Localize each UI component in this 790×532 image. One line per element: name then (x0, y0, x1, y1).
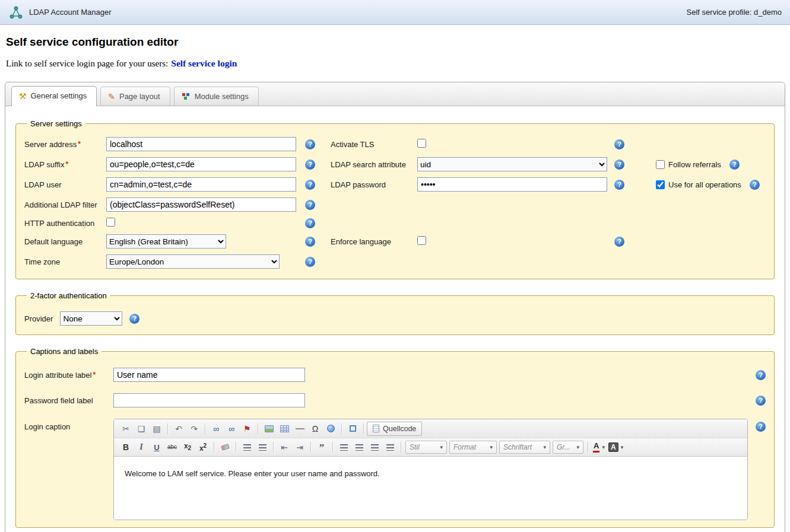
outdent-button[interactable]: ⇤ (277, 440, 292, 454)
login-attribute-label-input[interactable] (113, 368, 305, 382)
source-button[interactable]: Quellcode (367, 422, 422, 436)
required-marker: * (65, 160, 68, 168)
format-dropdown[interactable]: Format▾ (449, 441, 497, 454)
undo-button[interactable]: ↶ (171, 422, 186, 436)
help-icon[interactable]: ? (756, 422, 766, 432)
required-marker: * (78, 140, 81, 148)
strikethrough-icon: abc (167, 444, 177, 450)
superscript-button[interactable]: x2 (195, 440, 211, 454)
enforce-language-checkbox[interactable] (417, 236, 426, 245)
font-size-dropdown[interactable]: Gr...▾ (553, 441, 583, 454)
spellcheck-button[interactable]: ⚑ (239, 422, 255, 436)
underline-button[interactable]: U (149, 440, 164, 454)
blockquote-button[interactable]: ” (314, 440, 329, 454)
activate-tls-checkbox[interactable] (417, 139, 426, 148)
password-field-label-input[interactable] (113, 393, 305, 407)
help-icon[interactable]: ? (614, 139, 624, 149)
help-icon[interactable]: ? (305, 200, 315, 210)
font-dropdown[interactable]: Schriftart▾ (499, 441, 550, 454)
help-icon[interactable]: ? (305, 218, 315, 228)
additional-ldap-filter-input[interactable] (106, 197, 296, 212)
replace-button[interactable]: ∞ (224, 422, 239, 436)
cut-button[interactable]: ✂ (118, 422, 134, 436)
help-icon[interactable]: ? (305, 139, 315, 149)
ldap-user-input[interactable] (106, 177, 296, 192)
default-language-select[interactable]: English (Great Britain) (106, 234, 226, 249)
ldap-user-label: LDAP user (24, 180, 106, 189)
copy-button[interactable]: ❏ (134, 422, 149, 436)
default-language-label: Default language (24, 237, 106, 246)
follow-referrals-checkbox[interactable] (656, 160, 665, 169)
toolbar-separator (363, 423, 364, 434)
style-dropdown[interactable]: Stil▾ (405, 441, 447, 454)
align-left-button[interactable] (336, 440, 351, 454)
help-icon[interactable]: ? (305, 160, 315, 170)
eraser-icon (221, 444, 230, 451)
help-icon[interactable]: ? (614, 237, 624, 247)
outdent-icon: ⇤ (281, 443, 288, 451)
subscript-button[interactable]: x2 (180, 440, 195, 454)
insert-image-button[interactable] (261, 422, 277, 436)
numbered-list-button[interactable] (239, 440, 255, 454)
http-authentication-checkbox[interactable] (106, 218, 115, 227)
toolbar-separator (310, 442, 311, 453)
horizontal-rule-button[interactable] (292, 422, 307, 436)
ldap-search-attribute-select[interactable]: uid (417, 157, 607, 171)
align-right-button[interactable] (367, 440, 382, 454)
form-row: Time zone Europe/London ? (24, 251, 766, 272)
bold-button[interactable]: B (118, 440, 134, 454)
use-for-all-operations-checkbox[interactable] (656, 180, 665, 189)
two-factor-legend: 2-factor authentication (27, 291, 110, 300)
text-color-button[interactable]: A▾ (591, 440, 607, 454)
help-icon[interactable]: ? (750, 180, 760, 190)
help-icon[interactable]: ? (305, 180, 315, 190)
justify-button[interactable] (382, 440, 398, 454)
iframe-button[interactable] (323, 422, 338, 436)
help-icon[interactable]: ? (756, 370, 766, 380)
activate-tls-label: Activate TLS (331, 140, 417, 149)
align-right-icon (371, 444, 379, 451)
toolbar-separator (167, 423, 168, 434)
find-button[interactable]: ∞ (208, 422, 224, 436)
indent-button[interactable]: ⇥ (292, 440, 307, 454)
paste-button[interactable]: ▤ (149, 422, 164, 436)
background-color-button[interactable]: A▾ (607, 440, 625, 454)
use-for-all-operations-label: Use for all operations (668, 180, 741, 189)
help-icon[interactable]: ? (614, 160, 624, 170)
help-icon[interactable]: ? (756, 396, 766, 406)
tab-module-settings[interactable]: Module settings (174, 87, 259, 106)
special-char-button[interactable]: Ω (307, 422, 323, 436)
maximize-button[interactable] (345, 422, 360, 436)
time-zone-select[interactable]: Europe/London (106, 254, 280, 269)
italic-button[interactable]: I (134, 440, 149, 454)
strikethrough-button[interactable]: abc (164, 440, 180, 454)
modules-icon (182, 93, 185, 96)
numbered-list-icon (243, 444, 251, 451)
ldap-suffix-input[interactable] (106, 157, 296, 171)
bulleted-list-button[interactable] (255, 440, 270, 454)
self-service-login-link[interactable]: Self service login (171, 58, 237, 68)
provider-select[interactable]: None (60, 311, 122, 326)
background-color-icon: A (608, 442, 618, 452)
align-center-button[interactable] (351, 440, 367, 454)
help-icon[interactable]: ? (614, 180, 624, 190)
form-row: HTTP authentication ? (24, 215, 766, 231)
help-icon[interactable]: ? (129, 314, 139, 324)
bold-icon: B (123, 443, 129, 451)
find-icon: ∞ (213, 425, 219, 433)
form-row: Server address* ? Activate TLS ? (24, 134, 766, 154)
tab-page-layout[interactable]: ✎ Page layout (100, 87, 170, 106)
insert-table-button[interactable] (277, 422, 292, 436)
help-icon[interactable]: ? (305, 257, 315, 267)
server-settings-legend: Server settings (27, 119, 85, 128)
remove-format-button[interactable] (217, 440, 233, 454)
ldap-password-input[interactable] (417, 177, 607, 192)
align-center-icon (356, 444, 363, 451)
server-address-input[interactable] (106, 137, 296, 151)
editor-content[interactable]: Welcome to LAM self service. Please ente… (114, 456, 747, 520)
tab-general-settings[interactable]: ⚒ General settings (11, 86, 97, 106)
help-icon[interactable]: ? (305, 237, 315, 247)
help-icon[interactable]: ? (729, 160, 740, 170)
redo-button[interactable]: ↷ (186, 422, 202, 436)
login-caption-label: Login caption (24, 419, 113, 431)
